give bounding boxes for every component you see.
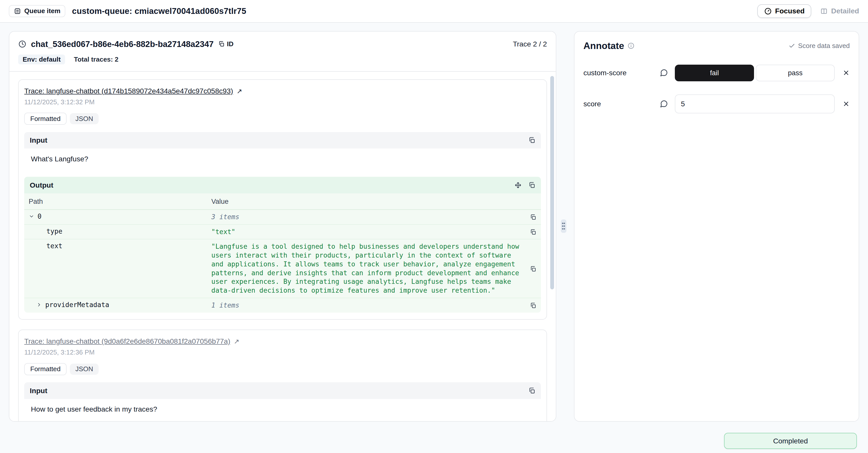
score-row-custom-score: custom-score fail pass	[583, 65, 849, 81]
page-title: custom-queue: cmiacwel70041ad060s7tlr75	[72, 6, 246, 16]
input-section-header: Input	[24, 132, 541, 149]
trace-list: Trace: langfuse-chatbot (d174b1589072e43…	[9, 72, 556, 421]
info-icon[interactable]	[627, 42, 635, 50]
tab-json[interactable]: JSON	[70, 364, 99, 375]
row-key: 0	[38, 213, 41, 220]
tab-formatted[interactable]: Formatted	[24, 363, 67, 375]
score-row-score: score	[583, 94, 849, 113]
total-traces-label: Total traces: 2	[74, 56, 119, 63]
copy-icon[interactable]	[528, 137, 536, 144]
input-label: Input	[30, 387, 48, 395]
panel-resize-handle[interactable]	[561, 220, 566, 233]
copy-icon[interactable]	[530, 302, 536, 310]
copy-icon[interactable]	[530, 213, 536, 222]
columns-icon	[820, 7, 828, 15]
trace-detail-panel: chat_536ed067-b86e-4eb6-882b-ba27148a234…	[9, 31, 556, 422]
score-name: score	[583, 100, 660, 108]
external-link-icon: ↗	[234, 338, 239, 345]
output-json-table: Path Value 0 3 items	[24, 193, 541, 312]
trace-link[interactable]: Trace: langfuse-chatbot (d174b1589072e43…	[24, 87, 233, 95]
comment-icon[interactable]	[660, 69, 668, 77]
table-row: type "text"	[24, 225, 541, 239]
table-header: Path Value	[24, 193, 541, 210]
check-icon	[788, 43, 795, 49]
table-row: providerMetadata 1 items	[24, 298, 541, 313]
trace-panel-badges: Env: default Total traces: 2	[9, 55, 556, 71]
format-tabs: Formatted JSON	[24, 113, 541, 125]
row-value: "text"	[211, 227, 526, 236]
save-status: Score data saved	[788, 42, 849, 50]
focused-label: Focused	[775, 7, 804, 15]
save-status-label: Score data saved	[798, 42, 850, 50]
comment-icon[interactable]	[660, 100, 668, 108]
copy-icon[interactable]	[528, 181, 536, 189]
env-badge: Env: default	[18, 55, 65, 65]
trace-card: Trace: langfuse-chatbot (d174b1589072e43…	[18, 79, 547, 320]
app-root: Queue item custom-queue: cmiacwel70041ad…	[0, 0, 868, 453]
view-toggle: Focused Detailed	[757, 4, 859, 18]
copy-icon[interactable]	[530, 243, 536, 295]
trace-panel-header: chat_536ed067-b86e-4eb6-882b-ba27148a234…	[9, 32, 556, 55]
chevron-down-icon[interactable]	[29, 214, 34, 219]
annotate-title: Annotate	[583, 40, 624, 51]
external-link-icon: ↗	[237, 87, 242, 95]
input-label: Input	[30, 136, 48, 144]
id-label: ID	[227, 40, 234, 48]
row-value: 3 items	[211, 213, 526, 222]
close-icon	[842, 100, 850, 108]
row-key: type	[46, 227, 62, 235]
trace-card: Trace: langfuse-chatbot (9d0a6f2e6de8670…	[18, 330, 547, 421]
close-icon	[842, 69, 850, 77]
annotate-header: Annotate Score data saved	[583, 40, 849, 51]
gauge-icon	[764, 7, 772, 15]
annotate-panel: Annotate Score data saved custom-score f…	[574, 31, 859, 422]
expand-icon[interactable]	[515, 181, 522, 189]
row-key: text	[46, 242, 62, 250]
queue-item-label: Queue item	[24, 7, 60, 15]
format-tabs: Formatted JSON	[24, 363, 541, 375]
trace-link[interactable]: Trace: langfuse-chatbot (9d0a6f2e6de8670…	[24, 337, 230, 345]
row-value: "Langfuse is a tool designed to help bus…	[211, 242, 526, 295]
detailed-label: Detailed	[831, 7, 859, 15]
score-option-fail[interactable]: fail	[675, 65, 754, 81]
input-text: What's Langfuse?	[24, 148, 541, 169]
table-row: 0 3 items	[24, 210, 541, 225]
row-value: 1 items	[211, 301, 526, 310]
trace-timestamp: 11/12/2025, 3:12:36 PM	[24, 348, 541, 356]
tab-json[interactable]: JSON	[70, 113, 99, 124]
table-row: text "Langfuse is a tool designed to hel…	[24, 239, 541, 298]
queue-icon	[14, 7, 21, 15]
score-value-input[interactable]	[675, 94, 835, 113]
copy-icon[interactable]	[530, 228, 536, 236]
trace-timestamp: 11/12/2025, 3:12:32 PM	[24, 98, 541, 106]
input-text: How to get user feedback in my traces?	[24, 399, 541, 420]
row-key: providerMetadata	[45, 301, 110, 309]
input-section-header: Input	[24, 382, 541, 399]
copy-id-button[interactable]: ID	[218, 40, 234, 48]
output-section-header: Output	[24, 177, 541, 193]
clock-icon	[18, 40, 27, 48]
trace-counter: Trace 2 / 2	[513, 40, 547, 48]
copy-icon	[218, 41, 225, 47]
remove-score-button[interactable]	[842, 69, 850, 77]
value-column-header: Value	[207, 193, 541, 209]
chevron-right-icon[interactable]	[36, 302, 42, 308]
scrollbar[interactable]	[550, 76, 554, 289]
score-option-pass[interactable]: pass	[756, 65, 835, 81]
remove-score-button[interactable]	[842, 100, 850, 108]
focused-button[interactable]: Focused	[757, 4, 811, 18]
tab-formatted[interactable]: Formatted	[24, 113, 67, 125]
top-bar: Queue item custom-queue: cmiacwel70041ad…	[0, 0, 868, 23]
queue-item-title: chat_536ed067-b86e-4eb6-882b-ba27148a234…	[31, 39, 214, 49]
score-options: fail pass	[675, 65, 850, 81]
score-name: custom-score	[583, 69, 660, 77]
path-column-header: Path	[24, 193, 207, 209]
completed-button[interactable]: Completed	[724, 433, 857, 449]
queue-item-badge: Queue item	[9, 5, 65, 17]
output-label: Output	[30, 181, 53, 189]
copy-icon[interactable]	[528, 387, 536, 394]
detailed-button[interactable]: Detailed	[820, 7, 859, 15]
